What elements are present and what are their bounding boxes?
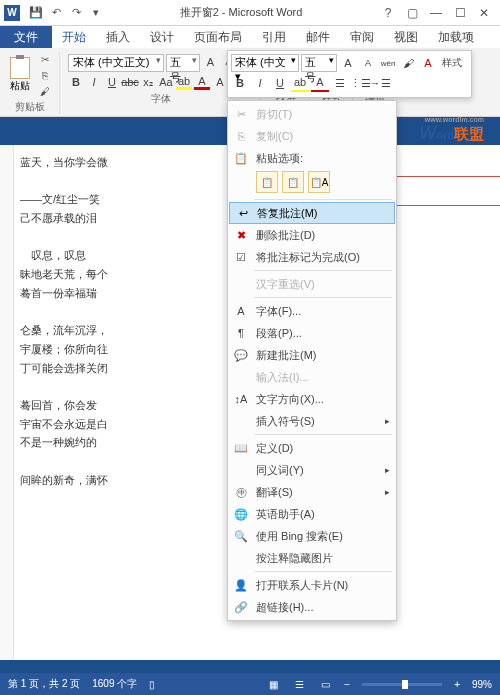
reply-icon: ↩ [236,206,250,220]
view-print-icon[interactable]: ☰ [292,677,306,691]
sub-sup-icon[interactable]: x₂ [140,74,156,90]
language-indicator[interactable]: ▯ [149,679,155,690]
search-icon: 🔍 [234,529,248,543]
mini-styles-label[interactable]: 样式 [439,54,465,72]
comment-icon: 💬 [234,348,248,362]
tab-review[interactable]: 审阅 [340,26,384,48]
font-color-icon[interactable]: A [194,74,210,90]
mini-shrink-icon[interactable]: A [359,54,377,72]
separator [254,199,392,200]
globe-icon: 🌐 [234,507,248,521]
ctx-contact-card[interactable]: 👤打开联系人卡片(N) [228,574,396,596]
maximize-icon[interactable]: ☐ [448,6,472,20]
mini-bullets-icon[interactable]: ☰ [331,74,349,92]
word-count[interactable]: 1609 个字 [92,677,137,691]
strike-icon[interactable]: abc [122,74,138,90]
group-clipboard: 粘贴 ✂ ⎘ 🖌 剪贴板 [6,52,60,114]
title-bar: W 💾 ↶ ↷ ▾ 推开窗2 - Microsoft Word ? ▢ — ☐ … [0,0,500,26]
view-read-icon[interactable]: ▦ [266,677,280,691]
tab-addins[interactable]: 加载项 [428,26,484,48]
zoom-out-icon[interactable]: − [344,679,350,690]
zoom-level[interactable]: 99% [472,679,492,690]
tab-file[interactable]: 文件 [0,26,52,48]
save-icon[interactable]: 💾 [27,4,45,22]
mini-format-painter-icon[interactable]: 🖌 [399,54,417,72]
ribbon-tabs: 文件 开始 插入 设计 页面布局 引用 邮件 审阅 视图 加载项 [0,26,500,48]
help-icon[interactable]: ? [376,6,400,20]
mini-italic-icon[interactable]: I [251,74,269,92]
paste-text-only-icon[interactable]: 📋A [308,171,330,193]
font-name-select[interactable]: 宋体 (中文正文) [68,54,164,72]
ctx-mark-done[interactable]: ☑将批注标记为完成(O) [228,246,396,268]
cut-icon[interactable]: ✂ [37,52,53,66]
underline-icon[interactable]: U [104,74,120,90]
mini-styles-icon[interactable]: A [419,54,437,72]
paste-merge-icon[interactable]: 📋 [282,171,304,193]
watermark: www.wordlm.com Word联盟 [419,118,484,144]
close-icon[interactable]: ✕ [472,6,496,20]
ctx-text-direction[interactable]: ↕A文字方向(X)... [228,388,396,410]
tab-view[interactable]: 视图 [384,26,428,48]
ctx-font[interactable]: A字体(F)... [228,300,396,322]
qat-more-icon[interactable]: ▾ [87,4,105,22]
ctx-toggle-images[interactable]: 按注释隐藏图片 [228,547,396,569]
link-icon: 🔗 [234,600,248,614]
zoom-in-icon[interactable]: + [454,679,460,690]
window-title: 推开窗2 - Microsoft Word [106,5,376,20]
ctx-synonym[interactable]: 同义词(Y)▸ [228,459,396,481]
ctx-new-comment[interactable]: 💬新建批注(M) [228,344,396,366]
separator [254,270,392,271]
tab-references[interactable]: 引用 [252,26,296,48]
paragraph-icon: ¶ [234,326,248,340]
ctx-define[interactable]: 📖定义(D) [228,437,396,459]
direction-icon: ↕A [234,392,248,406]
ctx-translate[interactable]: ㊥翻译(S)▸ [228,481,396,503]
view-web-icon[interactable]: ▭ [318,677,332,691]
tab-layout[interactable]: 页面布局 [184,26,252,48]
ctx-hanzi: 汉字重选(V) [228,273,396,295]
mini-underline-icon[interactable]: U [271,74,289,92]
grow-font-icon[interactable]: A [202,54,218,70]
char-border-icon[interactable]: A [212,74,228,90]
ctx-hyperlink[interactable]: 🔗超链接(H)... [228,596,396,618]
mini-size-select[interactable]: 五号 [301,54,337,72]
book-icon: 📖 [234,441,248,455]
tab-mailings[interactable]: 邮件 [296,26,340,48]
paste-icon [10,57,30,79]
mini-toolbar: 宋体 (中文▾ 五号 A A wén 🖌 A 样式 B I U ab A ☰ ⋮… [227,50,472,98]
ctx-paragraph[interactable]: ¶段落(P)... [228,322,396,344]
mini-grow-icon[interactable]: A [339,54,357,72]
redo-icon[interactable]: ↷ [67,4,85,22]
mini-numbering-icon[interactable]: ⋮☰ [351,74,369,92]
ctx-bing-search[interactable]: 🔍使用 Bing 搜索(E) [228,525,396,547]
minimize-icon[interactable]: — [424,6,448,20]
font-size-select[interactable]: 五号 [166,54,200,72]
ribbon-options-icon[interactable]: ▢ [400,6,424,20]
copy-icon[interactable]: ⎘ [37,68,53,82]
tab-design[interactable]: 设计 [140,26,184,48]
ctx-cut: ✂剪切(T) [228,103,396,125]
ctx-english-assistant[interactable]: 🌐英语助手(A) [228,503,396,525]
done-icon: ☑ [234,250,248,264]
page-count[interactable]: 第 1 页，共 2 页 [8,677,80,691]
tab-insert[interactable]: 插入 [96,26,140,48]
ctx-reply-comment[interactable]: ↩答复批注(M) [229,202,395,224]
tab-home[interactable]: 开始 [52,26,96,48]
ctx-copy: ⎘复制(C) [228,125,396,147]
zoom-slider[interactable] [362,683,442,686]
ctx-insert-symbol[interactable]: 插入符号(S)▸ [228,410,396,432]
bold-icon[interactable]: B [68,74,84,90]
mini-phonetic-icon[interactable]: wén [379,54,397,72]
paste-button[interactable]: 粘贴 [6,56,34,94]
mini-indent-icon[interactable]: →☰ [371,74,389,92]
ctx-delete-comment[interactable]: ✖删除批注(D) [228,224,396,246]
italic-icon[interactable]: I [86,74,102,90]
undo-icon[interactable]: ↶ [47,4,65,22]
format-painter-icon[interactable]: 🖌 [37,84,53,98]
paste-keep-source-icon[interactable]: 📋 [256,171,278,193]
ctx-paste-options-label: 📋粘贴选项: [228,147,396,169]
mini-font-select[interactable]: 宋体 (中文▾ [231,54,299,72]
translate-icon: ㊥ [234,485,248,499]
separator [254,297,392,298]
status-bar: 第 1 页，共 2 页 1609 个字 ▯ ▦ ☰ ▭ − + 99% [0,673,500,695]
